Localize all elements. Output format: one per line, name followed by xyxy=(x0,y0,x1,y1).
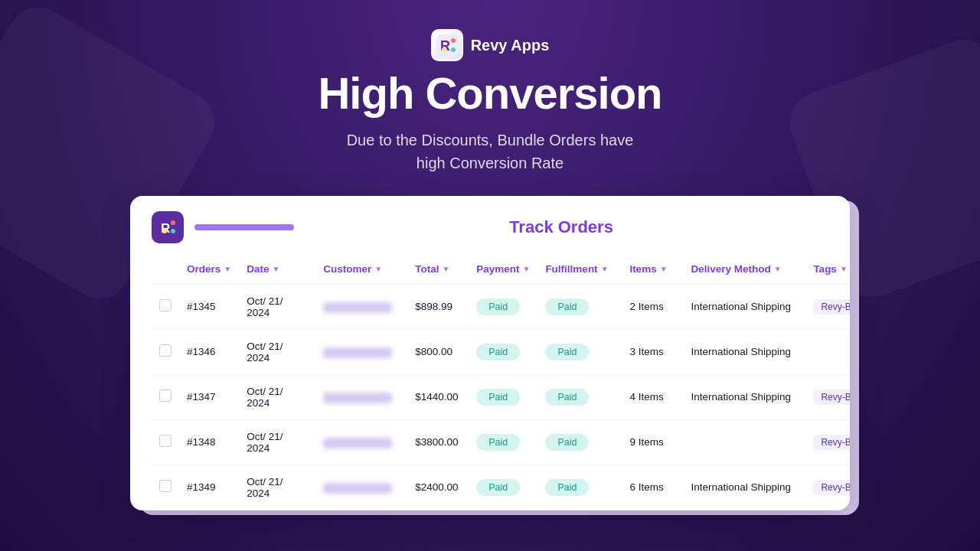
fulfillment-badge: Paid xyxy=(545,344,589,360)
delivery-cell: International Shipping xyxy=(683,465,805,510)
row-checkbox[interactable] xyxy=(159,344,172,357)
total-cell: $3800.00 xyxy=(407,419,469,465)
svg-text:R: R xyxy=(161,221,170,236)
hero-title: High Conversion xyxy=(0,69,980,118)
fulfillment-cell: Paid xyxy=(537,329,622,374)
th-delivery[interactable]: Delivery Method ▼ xyxy=(683,257,805,285)
order-id-cell: #1346 xyxy=(179,329,239,374)
payment-badge: Paid xyxy=(476,389,520,406)
order-id-cell: #1345 xyxy=(179,284,239,329)
hero-section: R Revy Apps High Conversion Due to the D… xyxy=(0,0,980,174)
items-sort-icon: ▼ xyxy=(660,265,668,273)
row-checkbox[interactable] xyxy=(159,299,172,311)
table-row[interactable]: #1349 Oct/ 21/ 2024 $2400.00 Paid Paid 6… xyxy=(152,465,850,510)
th-date[interactable]: Date ▼ xyxy=(239,257,315,285)
total-sort-icon: ▼ xyxy=(442,265,449,273)
fulfillment-badge: Paid xyxy=(545,389,589,406)
svg-point-6 xyxy=(171,220,175,225)
items-cell: 4 Items xyxy=(622,374,683,419)
row-checkbox[interactable] xyxy=(159,480,172,492)
th-total[interactable]: Total ▼ xyxy=(407,257,469,285)
order-date-cell: Oct/ 21/ 2024 xyxy=(239,329,315,374)
svg-point-2 xyxy=(451,38,456,43)
fulfillment-cell: Paid xyxy=(537,419,622,465)
order-date-cell: Oct/ 21/ 2024 xyxy=(239,374,315,419)
card-wrapper: R Track Orders Orders ▼ xyxy=(130,196,850,510)
fulfillment-cell: Paid xyxy=(537,374,622,419)
tags-cell xyxy=(805,329,850,374)
orders-card: R Track Orders Orders ▼ xyxy=(130,196,850,510)
fulfillment-badge: Paid xyxy=(545,434,589,451)
customer-cell xyxy=(315,465,407,510)
th-orders[interactable]: Orders ▼ xyxy=(179,257,239,285)
tag-badge: Revy-Bundle-Sale xyxy=(813,299,850,315)
order-date-cell: Oct/ 21/ 2024 xyxy=(239,419,315,465)
search-bar[interactable] xyxy=(194,224,294,230)
date-sort-icon: ▼ xyxy=(272,265,279,273)
order-date-cell: Oct/ 21/ 2024 xyxy=(239,284,315,329)
row-checkbox[interactable] xyxy=(159,435,172,447)
delivery-cell xyxy=(683,419,805,465)
order-date-cell: Oct/ 21/ 2024 xyxy=(239,465,315,510)
payment-cell: Paid xyxy=(469,374,537,419)
customer-sort-icon: ▼ xyxy=(374,265,382,273)
payment-badge: Paid xyxy=(476,298,520,315)
tag-badge: Revy-Bundle-Sale xyxy=(813,390,850,405)
th-tags[interactable]: Tags ▼ xyxy=(805,257,850,285)
row-checkbox-cell xyxy=(152,284,179,329)
payment-cell: Paid xyxy=(469,419,537,465)
th-checkbox xyxy=(152,257,179,285)
fulfillment-cell: Paid xyxy=(537,284,622,329)
total-cell: $2400.00 xyxy=(407,465,469,510)
customer-name-blurred xyxy=(323,438,392,448)
customer-cell xyxy=(315,284,407,329)
svg-point-8 xyxy=(162,229,167,233)
order-id-cell: #1349 xyxy=(179,465,239,510)
items-cell: 6 Items xyxy=(622,465,683,510)
table-header: Orders ▼ Date ▼ Customer ▼ xyxy=(152,257,850,285)
tags-cell: Revy-Bundle-Sale xyxy=(805,419,850,465)
th-payment[interactable]: Payment ▼ xyxy=(469,257,537,285)
table-row[interactable]: #1346 Oct/ 21/ 2024 $800.00 Paid Paid 3 … xyxy=(152,329,850,374)
fulfillment-cell: Paid xyxy=(537,465,622,510)
items-cell: 3 Items xyxy=(622,329,683,374)
items-cell: 9 Items xyxy=(622,419,683,465)
th-fulfillment[interactable]: Fulfillment ▼ xyxy=(537,257,622,285)
payment-badge: Paid xyxy=(476,344,520,360)
row-checkbox-cell xyxy=(152,465,179,510)
row-checkbox-cell xyxy=(152,329,179,374)
row-checkbox-cell xyxy=(152,374,179,419)
tag-badge: Revy-Bundle-Sale xyxy=(813,480,850,495)
table-row[interactable]: #1348 Oct/ 21/ 2024 $3800.00 Paid Paid 9… xyxy=(152,419,850,465)
row-checkbox[interactable] xyxy=(159,390,172,402)
card-title: Track Orders xyxy=(294,217,828,237)
total-cell: $800.00 xyxy=(407,329,469,374)
delivery-sort-icon: ▼ xyxy=(774,265,782,273)
payment-cell: Paid xyxy=(469,284,537,329)
payment-cell: Paid xyxy=(469,465,537,510)
tags-sort-icon: ▼ xyxy=(840,265,848,273)
hero-subtitle: Due to the Discounts, Bundle Orders have… xyxy=(0,129,980,174)
table-row[interactable]: #1345 Oct/ 21/ 2024 $898.99 Paid Paid 2 … xyxy=(152,284,850,329)
orders-table: Orders ▼ Date ▼ Customer ▼ xyxy=(152,257,850,510)
card-logo: R xyxy=(152,211,184,243)
tag-badge: Revy-Bundle-Sale xyxy=(813,435,850,450)
delivery-cell: International Shipping xyxy=(683,329,805,374)
card-header: R Track Orders xyxy=(152,211,828,243)
th-items[interactable]: Items ▼ xyxy=(622,257,683,285)
orders-sort-icon: ▼ xyxy=(224,265,231,273)
row-checkbox-cell xyxy=(152,419,179,465)
customer-name-blurred xyxy=(323,302,392,313)
brand-name: Revy Apps xyxy=(471,37,550,54)
delivery-cell: International Shipping xyxy=(683,374,805,419)
svg-point-4 xyxy=(442,47,446,52)
tags-cell: Revy-Bundle-Sale xyxy=(805,465,850,510)
items-cell: 2 Items xyxy=(622,284,683,329)
payment-badge: Paid xyxy=(476,434,520,451)
tags-cell: Revy-Bundle-Sale xyxy=(805,284,850,329)
th-customer[interactable]: Customer ▼ xyxy=(315,257,407,285)
payment-badge: Paid xyxy=(476,479,520,496)
total-cell: $898.99 xyxy=(407,284,469,329)
table-row[interactable]: #1347 Oct/ 21/ 2024 $1440.00 Paid Paid 4… xyxy=(152,374,850,419)
total-cell: $1440.00 xyxy=(407,374,469,419)
